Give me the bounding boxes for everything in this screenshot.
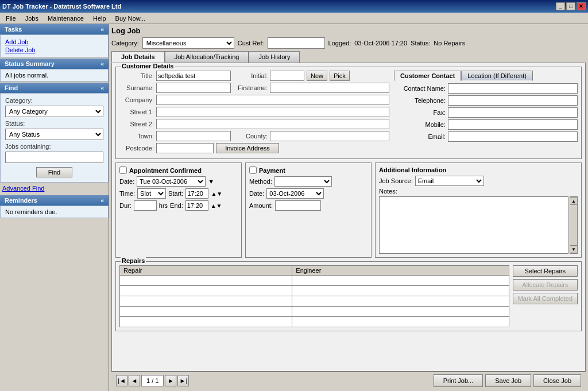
payment-date-select[interactable]: 03-Oct-2006 [266,188,324,199]
close-job-button[interactable]: Close Job [533,374,581,387]
initial-input[interactable] [270,71,304,81]
tab-location-different[interactable]: Location (If Different) [461,71,533,81]
postcode-input[interactable] [156,143,214,153]
mark-all-completed-button[interactable]: Mark All Completed [513,293,578,304]
postcode-row: Postcode: Invoice Address [119,143,389,153]
contact-name-input[interactable] [448,83,578,94]
job-source-select[interactable]: Email [415,176,484,186]
cust-ref-input[interactable] [268,37,325,49]
category-select[interactable]: Miscellaneous [142,37,234,49]
minimize-button[interactable]: _ [556,2,565,10]
category-find-select[interactable]: Any Category [5,106,103,117]
find-header[interactable]: Find « [0,83,109,93]
engineer-cell [292,307,509,317]
postcode-label: Postcode: [119,145,154,152]
delete-job-link[interactable]: Delete Job [5,47,103,53]
tab-customer-contact[interactable]: Customer Contact [394,71,461,81]
surname-input[interactable] [156,83,231,93]
status-message: All jobs normal. [5,72,48,79]
menu-file[interactable]: File [2,14,20,23]
street2-input[interactable] [156,119,389,129]
jobs-containing-input[interactable] [5,152,103,163]
tab-job-history[interactable]: Job History [249,51,300,63]
county-input[interactable] [270,131,389,141]
find-button[interactable]: Find [36,167,72,177]
reminders-section: Reminders « No reminders due. [0,195,109,218]
status-summary-section: Status Summary « All jobs normal. [0,59,109,82]
sidebar: Tasks « Add Job Delete Job Status Summar… [0,24,109,391]
status-summary-header[interactable]: Status Summary « [0,59,109,69]
payment-amount-row: Amount: [249,200,368,211]
fax-input[interactable] [448,107,578,118]
email-label: Email: [394,133,446,140]
title-label: Title: [119,72,154,79]
payment-checkbox[interactable] [249,167,257,174]
tasks-header[interactable]: Tasks « [0,24,109,34]
menu-maintenance[interactable]: Maintenance [44,14,87,23]
menu-help[interactable]: Help [90,14,110,23]
menu-buy-now[interactable]: Buy Now... [112,14,149,23]
company-input[interactable] [156,95,389,105]
select-repairs-button[interactable]: Select Repairs [513,265,578,277]
scroll-down-btn[interactable]: ▼ [570,245,578,253]
additional-info-box: Additional Information Job Source: Email… [375,162,582,258]
appt-slot-select[interactable]: Slot [137,188,166,199]
payment-amount-label: Amount: [249,202,273,209]
menu-jobs[interactable]: Jobs [22,14,42,23]
appt-start-input[interactable] [185,188,208,199]
appt-end-input[interactable] [185,200,208,211]
nav-next-button[interactable]: ► [165,375,176,386]
pick-button[interactable]: Pick [330,71,350,81]
print-job-button[interactable]: Print Job... [434,374,483,387]
cust-ref-label: Cust Ref: [238,40,264,47]
invoice-address-button[interactable]: Invoice Address [216,143,279,153]
scroll-up-btn[interactable]: ▲ [570,197,578,205]
nav-first-button[interactable]: |◄ [116,375,127,386]
notes-scrollbar[interactable]: ▲ ▼ [570,196,578,254]
contact-sub-tabs: Customer Contact Location (If Different) [394,71,578,81]
mobile-input[interactable] [448,119,578,130]
status-value: No Repairs [434,40,465,47]
payment-amount-input[interactable] [275,200,321,211]
table-row [120,296,509,307]
tab-job-allocation[interactable]: Job Allocation/Tracking [165,51,249,63]
telephone-input[interactable] [448,95,578,106]
close-button[interactable]: ✕ [577,2,586,10]
appt-date-select[interactable]: Tue 03-Oct-2006 [137,176,206,187]
table-row [120,317,509,327]
allocate-repairs-button[interactable]: Allocate Repairs [513,279,578,291]
table-row [120,307,509,317]
mobile-row: Mobile: [394,119,578,130]
tab-job-details[interactable]: Job Details [111,51,165,63]
repair-cell [120,286,292,296]
status-summary-label: Status Summary [5,60,55,67]
repair-cell [120,296,292,307]
appt-dur-input[interactable] [134,200,157,211]
firstname-input[interactable] [270,83,389,93]
maximize-button[interactable]: □ [566,2,575,10]
surname-label: Surname: [119,84,154,91]
top-bar: Category: Miscellaneous Cust Ref: Logged… [111,37,586,49]
find-collapse-icon: « [100,85,104,91]
street1-input[interactable] [156,107,389,117]
find-header-label: Find [5,84,18,91]
new-button[interactable]: New [307,71,327,81]
appt-date-label: Date: [119,178,134,185]
status-find-select[interactable]: Any Status [5,129,103,140]
payment-method-select[interactable] [274,176,332,187]
appointment-confirmed-checkbox[interactable] [119,167,127,174]
notes-textarea[interactable] [379,196,568,254]
advanced-find-link[interactable]: Advanced Find [2,185,106,192]
email-input[interactable] [448,131,578,142]
save-job-button[interactable]: Save Job [485,374,531,387]
reminders-header[interactable]: Reminders « [0,195,109,206]
appt-date-dropdown-icon: ▼ [208,178,214,185]
nav-prev-button[interactable]: ◄ [129,375,140,386]
nav-last-button[interactable]: ►| [177,375,189,386]
title-input[interactable] [156,71,231,81]
payment-date-row: Date: 03-Oct-2006 [249,188,368,199]
repairs-col-engineer: Engineer [292,266,509,276]
add-job-link[interactable]: Add Job [5,38,103,45]
town-input[interactable] [156,131,231,141]
customer-right: Customer Contact Location (If Different)… [394,71,578,155]
